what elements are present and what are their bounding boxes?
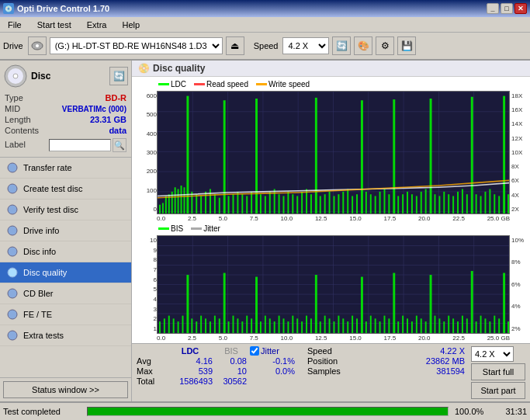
svg-rect-208 (507, 321, 509, 333)
status-time: 31:31 (496, 407, 527, 416)
svg-rect-98 (448, 194, 449, 213)
svg-rect-70 (320, 196, 321, 213)
left-panel: Disc 🔄 Type BD-R MID VERBATIMc (000) Len… (0, 61, 132, 401)
svg-point-12 (8, 310, 17, 319)
svg-rect-88 (402, 194, 404, 213)
svg-rect-48 (219, 198, 220, 213)
maximize-button[interactable]: □ (501, 3, 513, 14)
disc-refresh-btn[interactable]: 🔄 (109, 67, 128, 85)
svg-rect-150 (241, 321, 243, 333)
svg-rect-57 (260, 194, 262, 213)
svg-rect-101 (462, 189, 463, 213)
start-part-btn[interactable]: Start part (471, 382, 525, 399)
nav-drive-info[interactable]: Drive info (0, 220, 131, 241)
progress-bar-fill (88, 408, 448, 415)
svg-rect-168 (324, 315, 326, 333)
nav-verify-test-disc-label: Verify test disc (23, 205, 78, 214)
nav-extra-tests[interactable]: Extra tests (0, 325, 131, 346)
menu-help[interactable]: Help (117, 19, 144, 31)
samples-label: Samples (307, 366, 341, 376)
svg-rect-202 (480, 315, 482, 333)
svg-rect-139 (191, 318, 192, 333)
drive-icon-btn[interactable] (28, 36, 47, 55)
svg-rect-61 (279, 194, 280, 213)
svg-point-6 (8, 184, 17, 193)
svg-rect-56 (255, 99, 258, 213)
nav-drive-info-label: Drive info (23, 226, 59, 235)
nav-fe-te[interactable]: FE / TE (0, 304, 131, 325)
svg-rect-144 (214, 315, 216, 333)
svg-rect-177 (365, 321, 367, 333)
svg-rect-82 (375, 196, 376, 213)
menu-file[interactable]: File (3, 19, 26, 31)
svg-rect-146 (223, 272, 226, 333)
svg-rect-38 (178, 189, 179, 213)
svg-rect-99 (452, 196, 454, 213)
nav-disc-quality-label: Disc quality (23, 268, 67, 277)
nav-create-test-disc[interactable]: Create test disc (0, 179, 131, 200)
svg-rect-153 (255, 276, 258, 333)
nav-transfer-rate[interactable]: Transfer rate (0, 158, 131, 179)
svg-rect-158 (279, 315, 280, 333)
svg-rect-89 (407, 192, 408, 213)
close-button[interactable]: ✕ (514, 3, 527, 14)
svg-rect-64 (292, 194, 293, 213)
type-value: BD-R (49, 93, 126, 102)
nav-disc-info[interactable]: Disc info (0, 241, 131, 262)
mid-value: VERBATIMc (000) (49, 104, 126, 113)
svg-point-7 (8, 205, 17, 214)
svg-rect-147 (228, 321, 230, 333)
label-icon-btn[interactable]: 🔍 (113, 138, 126, 152)
position-value: 23862 MB (426, 356, 465, 366)
jitter-checkbox[interactable] (250, 346, 259, 356)
settings-icon-btn[interactable]: ⚙ (376, 36, 394, 55)
speed-combo-select[interactable]: 4.2 X (471, 346, 514, 362)
svg-rect-182 (388, 318, 390, 333)
svg-rect-84 (383, 189, 385, 213)
svg-rect-151 (246, 315, 248, 333)
refresh-icon-btn[interactable]: 🔄 (332, 36, 351, 55)
svg-point-1 (36, 44, 39, 47)
nav-verify-test-disc[interactable]: Verify test disc (0, 200, 131, 220)
chart1-x-labels: 0.02.55.07.510.012.515.017.520.022.525.0… (135, 215, 527, 222)
svg-rect-148 (233, 315, 234, 333)
nav-cd-bler[interactable]: CD Bler (0, 283, 131, 304)
save-icon-btn[interactable]: 💾 (397, 36, 416, 55)
label-input[interactable] (49, 139, 111, 151)
eject-icon-btn[interactable]: ⏏ (226, 36, 244, 55)
nav-disc-quality[interactable]: Disc quality (0, 262, 131, 283)
svg-rect-58 (265, 196, 266, 213)
svg-rect-69 (315, 98, 317, 213)
speed-select[interactable]: 4.2 X (282, 37, 329, 54)
svg-rect-104 (476, 194, 477, 213)
menu-start-test[interactable]: Start test (33, 19, 76, 31)
status-window-btn[interactable]: Status window >> (3, 381, 128, 398)
max-jitter: 0.0% (250, 366, 295, 376)
svg-rect-49 (223, 100, 226, 213)
menu-extra[interactable]: Extra (82, 19, 112, 31)
svg-rect-59 (269, 192, 271, 213)
svg-rect-81 (370, 194, 372, 213)
legend-read-speed: Read speed (206, 80, 248, 89)
svg-rect-157 (274, 321, 275, 333)
svg-rect-171 (338, 315, 339, 333)
start-full-btn[interactable]: Start full (471, 363, 525, 380)
svg-rect-206 (498, 318, 500, 333)
svg-rect-193 (438, 318, 440, 333)
svg-rect-52 (237, 192, 238, 213)
drive-select[interactable]: (G:) HL-DT-ST BD-RE WH16NS48 1.D3 (50, 37, 223, 54)
minimize-button[interactable]: _ (487, 3, 499, 14)
svg-rect-163 (301, 321, 303, 333)
color-icon-btn[interactable]: 🎨 (354, 36, 372, 55)
svg-rect-93 (425, 189, 427, 213)
svg-rect-111 (507, 194, 509, 213)
cd-bler-icon (6, 287, 19, 300)
svg-rect-77 (352, 196, 353, 213)
svg-rect-195 (448, 315, 449, 333)
svg-rect-44 (200, 196, 202, 213)
svg-rect-200 (471, 271, 473, 333)
transfer-rate-icon (6, 161, 19, 174)
status-text: Test completed (3, 407, 81, 416)
speed-value: 4.22 X (440, 346, 465, 356)
svg-rect-149 (237, 318, 238, 333)
